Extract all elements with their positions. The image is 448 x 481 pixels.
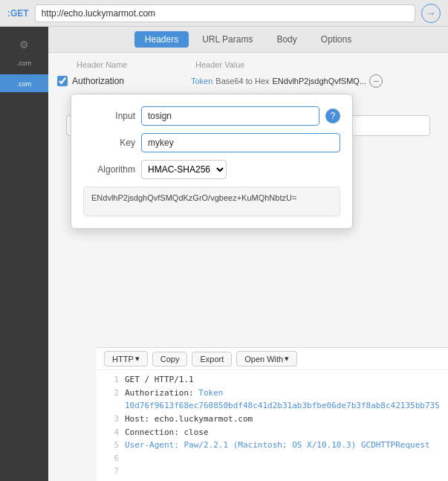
sidebar: ⚙ .com .com	[0, 27, 48, 481]
open-with-label: Open With	[244, 355, 283, 364]
header-value-text: ENdvlhP2jsdghQvfSMQ...	[273, 77, 367, 85]
table-row: Authorization Token Base64 to Hex ENdvlh…	[57, 72, 439, 90]
code-line-5: 5 User-Agent: Paw/2.2.1 (Macintosh; OS X…	[97, 439, 448, 452]
url-bar: http://echo.luckymarmot.com	[35, 4, 415, 22]
popup-algorithm-select[interactable]: HMAC-SHA256 HMAC-SHA1 HMAC-MD5	[141, 160, 227, 179]
popup-select-wrap: HMAC-SHA256 HMAC-SHA1 HMAC-MD5	[141, 160, 227, 179]
header-checkbox[interactable]	[57, 76, 68, 86]
header-value-area: Token Base64 to Hex ENdvlhP2jsdghQvfSMQ.…	[191, 74, 439, 88]
col-name-header: Header Name	[77, 60, 195, 69]
code-line-2b: 10d76f9613f68ec760850bdf48c41d2b31ab3bfb…	[97, 399, 448, 413]
url-text: http://echo.luckymarmot.com	[42, 8, 155, 19]
http-label: HTTP	[112, 355, 134, 364]
http-dropdown-arrow: ▾	[135, 354, 140, 364]
help-button[interactable]: ?	[325, 109, 340, 123]
code-token-value: 10d76f9613f68ec760850bdf48c41d2b31ab3bfb…	[125, 399, 440, 413]
token-badge: Token	[191, 77, 212, 85]
http-dropdown-button[interactable]: HTTP ▾	[104, 351, 148, 367]
remove-header-button[interactable]: −	[369, 74, 383, 88]
col-value-header: Header Value	[195, 60, 439, 69]
popup-algorithm-row: Algorithm HMAC-SHA256 HMAC-SHA1 HMAC-MD5	[83, 160, 340, 179]
header-name-text: Authorization	[72, 76, 186, 86]
bottom-toolbar: HTTP ▾ Copy Export Open With ▾	[97, 348, 448, 370]
tab-options[interactable]: Options	[311, 31, 362, 48]
popup-algorithm-label: Algorithm	[83, 164, 135, 175]
popup-key-label: Key	[83, 138, 135, 148]
code-text-5: User-Agent: Paw/2.2.1 (Macintosh; OS X/1…	[125, 439, 430, 452]
popup-input-field[interactable]	[141, 106, 319, 126]
sidebar-item-com2[interactable]: .com	[0, 74, 48, 92]
popup-overlay: Input ? Key Algorithm HMAC-SHA256 HMAC-S…	[71, 94, 353, 229]
tab-body[interactable]: Body	[266, 31, 307, 48]
code-line-6: 6	[97, 452, 448, 465]
method-label: :GET	[7, 8, 29, 19]
send-button[interactable]: →	[421, 4, 441, 23]
bottom-section: HTTP ▾ Copy Export Open With ▾ 1 GET / H…	[97, 347, 448, 481]
content-area: Headers URL Params Body Options Header N…	[48, 27, 448, 481]
code-line-3: 3 Host: echo.luckymarmot.com	[97, 413, 448, 426]
code-area: 1 GET / HTTP/1.1 2 Authorization: Token …	[97, 370, 448, 481]
export-button[interactable]: Export	[192, 352, 232, 367]
open-with-arrow: ▾	[285, 354, 289, 364]
tab-headers[interactable]: Headers	[134, 31, 189, 48]
code-text-3: Host: echo.luckymarmot.com	[125, 413, 253, 426]
top-bar: :GET http://echo.luckymarmot.com →	[0, 0, 448, 27]
code-text-4: Connection: close	[125, 426, 209, 439]
gear-icon[interactable]: ⚙	[19, 39, 29, 51]
tab-url-params[interactable]: URL Params	[192, 31, 263, 48]
code-line-7: 7	[97, 465, 448, 478]
open-with-button[interactable]: Open With ▾	[236, 351, 297, 367]
code-text-1: GET / HTTP/1.1	[125, 373, 194, 387]
popup-result: ENdvlhP2jsdghQvfSMQdKzGrO/vgbeez+KuMQhNb…	[83, 187, 340, 216]
auth-token-link[interactable]: Token	[198, 388, 223, 398]
sidebar-item-com1[interactable]: .com	[0, 54, 48, 71]
popup-input-label: Input	[83, 111, 135, 121]
popup-key-field[interactable]	[141, 133, 340, 152]
popup-key-row: Key	[83, 133, 340, 152]
code-line-1: 1 GET / HTTP/1.1	[97, 373, 448, 387]
main-area: ⚙ .com .com Headers URL Params Body Opti…	[0, 27, 448, 481]
code-text-2: Authorization: Token	[125, 387, 223, 400]
value-prefix: Base64 to Hex	[215, 77, 269, 85]
tabs-bar: Headers URL Params Body Options	[48, 27, 448, 53]
code-line-2: 2 Authorization: Token	[97, 387, 448, 400]
col-headers: Header Name Header Value	[57, 59, 439, 72]
code-line-4: 4 Connection: close	[97, 426, 448, 439]
copy-button[interactable]: Copy	[152, 352, 188, 367]
popup-input-row: Input ?	[83, 106, 340, 126]
